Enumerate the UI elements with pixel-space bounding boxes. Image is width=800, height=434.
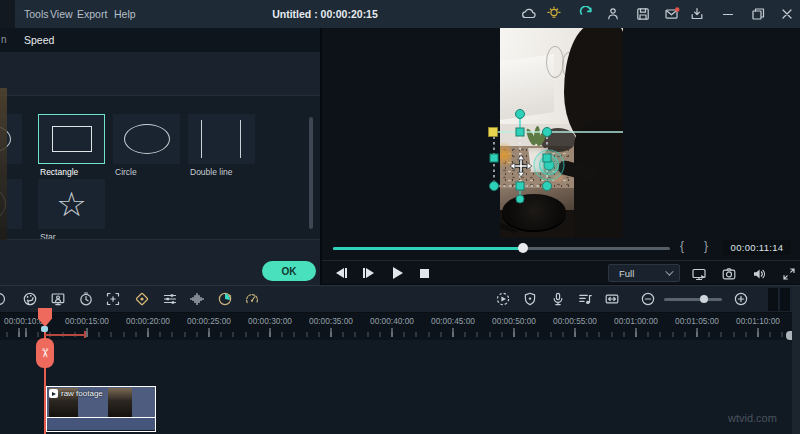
stop-button[interactable] (420, 266, 429, 280)
shape-item-circle[interactable] (113, 114, 180, 164)
shapes-panel: n Speed Rectangle Circle D (0, 28, 322, 285)
speed-ramp-dial-icon[interactable] (244, 291, 260, 307)
zoom-slider-knob[interactable] (700, 295, 708, 303)
seekbar-thumb[interactable] (518, 243, 528, 253)
mail-icon[interactable] (664, 6, 680, 22)
star-icon: ☆ (56, 187, 86, 221)
edge-cut-icon (0, 291, 10, 307)
trim-range-end (84, 331, 86, 338)
titlebar-corner (0, 0, 15, 28)
play-button[interactable] (393, 266, 403, 280)
timeline-ruler[interactable]: 00:00:10:00 00:00:15:00 00:00:20:00 00:0… (0, 313, 800, 340)
clip-name: raw footage (61, 389, 103, 398)
clip-video-section: raw footage (47, 387, 155, 418)
menu-tools[interactable]: Tools (24, 8, 49, 20)
handle-top-right[interactable] (543, 128, 552, 137)
ruler-label: 00:01:10:00 (727, 316, 789, 326)
volume-icon[interactable] (751, 266, 767, 282)
zoom-out-button[interactable] (640, 291, 656, 307)
ruler-major-ticks (0, 328, 800, 337)
handle-bottom-right[interactable] (543, 182, 552, 191)
scissors-icon: ✂ (39, 348, 51, 358)
video-clip[interactable]: raw footage (46, 386, 156, 432)
clip-audio-section (47, 418, 155, 430)
shape-item-double-line[interactable] (188, 114, 255, 164)
ruler-label: 00:00:20:00 (117, 316, 179, 326)
handle-bottom[interactable] (516, 195, 524, 203)
mark-out-button[interactable]: } (704, 239, 708, 253)
zoom-in-button[interactable] (733, 291, 749, 307)
ellipse-icon (124, 124, 170, 154)
titlebar: Tools View Export Help Untitled : 00:00:… (0, 0, 800, 28)
panel-block (780, 288, 790, 311)
shape-item-star[interactable]: ☆ (38, 179, 105, 229)
menu-help[interactable]: Help (114, 8, 136, 20)
handle-mid-top[interactable] (516, 128, 524, 136)
edge-text-fragment: n (1, 34, 7, 45)
fullscreen-icon[interactable] (781, 266, 797, 282)
screen-share-icon[interactable] (50, 291, 66, 307)
move-cursor-icon (510, 155, 532, 177)
shape-item-rectangle[interactable] (38, 114, 105, 164)
account-icon[interactable] (605, 6, 621, 22)
handle-mid-right[interactable] (543, 154, 551, 162)
render-preview-icon[interactable] (495, 291, 511, 307)
motion-tracking-icon[interactable] (217, 291, 233, 307)
clip-play-badge (49, 389, 58, 398)
preview-seekbar[interactable] (333, 247, 670, 250)
timeline-toolbar (0, 285, 800, 313)
timeline-zoom-slider[interactable] (664, 298, 722, 301)
fit-timeline-icon[interactable] (604, 291, 620, 307)
import-icon[interactable] (689, 6, 705, 22)
handle-mid-left[interactable] (490, 154, 498, 162)
shapes-scrollbar[interactable] (309, 117, 313, 229)
mask-shield-icon[interactable] (522, 291, 538, 307)
menu-export[interactable]: Export (77, 8, 107, 20)
minimize-button[interactable] (720, 6, 736, 22)
filmora-window: Tools View Export Help Untitled : 00:00:… (0, 0, 800, 434)
voiceover-mic-icon[interactable] (550, 291, 566, 307)
snapshot-camera-icon[interactable] (721, 266, 737, 282)
sync-icon[interactable] (578, 6, 594, 22)
timeline-tracks[interactable]: raw footage wtvid.com (0, 340, 800, 434)
restore-button[interactable] (750, 6, 766, 22)
display-device-icon[interactable] (691, 266, 707, 282)
audio-mixer-icon[interactable] (577, 291, 593, 307)
cloud-icon[interactable] (521, 6, 537, 22)
ruler-label: 00:00:25:00 (178, 316, 240, 326)
handle-top[interactable] (516, 110, 525, 119)
ok-button[interactable]: OK (262, 261, 316, 281)
lightbulb-icon[interactable] (546, 6, 562, 22)
preview-quality-value: Full (619, 268, 634, 279)
denoise-waveform-icon[interactable] (189, 291, 205, 307)
handle-bottom-left[interactable] (490, 182, 499, 191)
ruler-label: 00:00:45:00 (422, 316, 484, 326)
previous-frame-button[interactable] (336, 266, 347, 280)
tab-speed[interactable]: Speed (24, 34, 54, 46)
next-frame-button[interactable] (363, 266, 374, 280)
ruler-label: 00:01:05:00 (666, 316, 728, 326)
speed-timer-icon[interactable] (78, 291, 94, 307)
crop-icon[interactable] (105, 291, 121, 307)
color-palette-icon[interactable] (22, 291, 38, 307)
preview-quality-dropdown[interactable]: Full (608, 264, 680, 282)
mark-in-button[interactable]: { (680, 239, 684, 253)
shapes-grid: Rectangle Circle Double line ☆ Star (0, 95, 322, 240)
adjust-sliders-icon[interactable] (162, 291, 178, 307)
seekbar-progress (333, 247, 522, 250)
save-icon[interactable] (635, 6, 651, 22)
current-timecode: 00:00:11:14 (723, 240, 791, 255)
menu-view[interactable]: View (50, 8, 73, 20)
handle-rotation-yellow[interactable] (489, 128, 498, 137)
ruler-label: 00:00:15:00 (56, 316, 118, 326)
split-scissors-button[interactable]: ✂ (36, 338, 54, 368)
ruler-label: 00:00:50:00 (483, 316, 545, 326)
shape-label-star: Star (40, 232, 56, 240)
line-icon (240, 120, 243, 158)
shape-label-double-line: Double line (190, 167, 233, 177)
ruler-label: 00:00:55:00 (544, 316, 606, 326)
keyframe-icon[interactable] (134, 291, 150, 307)
shape-label-circle: Circle (115, 167, 137, 177)
handle-mid-bottom[interactable] (516, 182, 524, 190)
close-button[interactable] (779, 6, 795, 22)
